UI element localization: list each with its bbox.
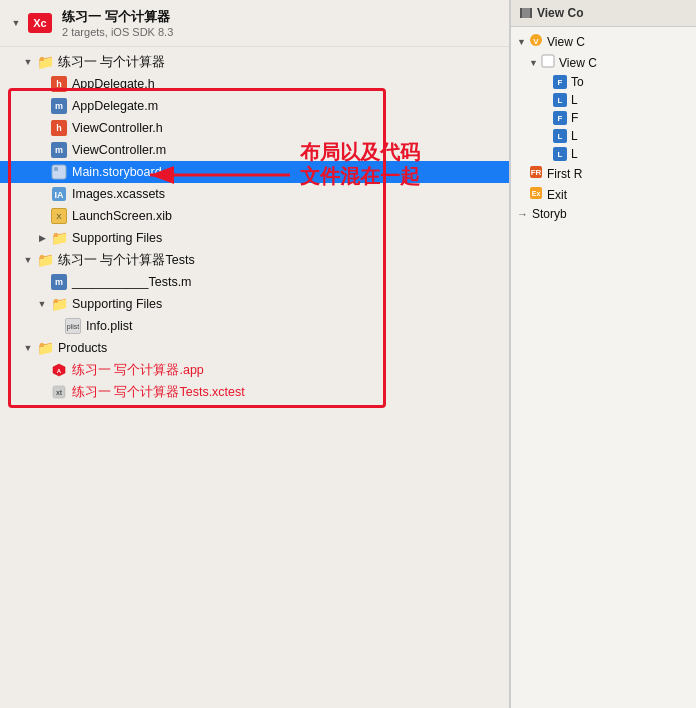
svg-rect-2 xyxy=(52,165,66,179)
L3-icon: L xyxy=(553,147,567,161)
vc-root-label: View C xyxy=(547,35,585,49)
view-label: View C xyxy=(559,56,597,70)
app-file-label: 练习一 写个计算器.app xyxy=(72,362,204,379)
xib-icon: X xyxy=(50,207,68,225)
L1-label: L xyxy=(571,93,578,107)
m-icon-3: m xyxy=(50,273,68,291)
group-products-label: Products xyxy=(58,341,107,355)
item-F2[interactable]: F F xyxy=(511,109,696,127)
AppDelegate-m-label: AppDelegate.m xyxy=(72,99,158,113)
app-icon: A xyxy=(50,361,68,379)
group-main-label: 练习一 与个计算器 xyxy=(58,54,165,71)
app-file[interactable]: A 练习一 写个计算器.app xyxy=(0,359,509,381)
svg-rect-13 xyxy=(530,8,532,18)
item-L1[interactable]: L L xyxy=(511,91,696,109)
ViewController-m-label: ViewController.m xyxy=(72,143,166,157)
storyboard-item[interactable]: → Storyb xyxy=(511,205,696,223)
right-panel-title: View Co xyxy=(537,6,583,20)
project-icon: Xc xyxy=(26,9,54,37)
right-panel: View Co V View C View C F To xyxy=(510,0,696,708)
folder-icon-5: 📁 xyxy=(36,339,54,357)
xctest-icon: xt xyxy=(50,383,68,401)
storyboard-label: Storyb xyxy=(532,207,567,221)
vc-tree: V View C View C F To L L xyxy=(511,27,696,227)
xctest-file[interactable]: xt 练习一 写个计算器Tests.xctest xyxy=(0,381,509,403)
svg-text:FR: FR xyxy=(531,168,542,177)
Supporting-Files-2-label: Supporting Files xyxy=(72,297,162,311)
L1-icon: L xyxy=(553,93,567,107)
group-main-disclosure[interactable] xyxy=(22,56,34,68)
svg-text:A: A xyxy=(57,368,62,374)
ViewController-m[interactable]: m ViewController.m xyxy=(0,139,509,161)
view-icon xyxy=(541,54,555,71)
svg-text:IA: IA xyxy=(55,190,65,200)
group-tests[interactable]: 📁 练习一 与个计算器Tests xyxy=(0,249,509,271)
Supporting-Files-1-label: Supporting Files xyxy=(72,231,162,245)
supporting-disclosure-1[interactable] xyxy=(36,232,48,244)
products-disclosure[interactable] xyxy=(22,342,34,354)
storyboard-arrow-icon: → xyxy=(517,208,528,220)
LaunchScreen-xib[interactable]: X LaunchScreen.xib xyxy=(0,205,509,227)
folder-icon: 📁 xyxy=(36,53,54,71)
group-main[interactable]: 📁 练习一 与个计算器 xyxy=(0,51,509,73)
LaunchScreen-xib-label: LaunchScreen.xib xyxy=(72,209,172,223)
file-tree: 📁 练习一 与个计算器 h AppDelegate.h m AppDelegat… xyxy=(0,47,509,407)
m-icon: m xyxy=(50,97,68,115)
F2-label: F xyxy=(571,111,578,125)
vc-root-icon: V xyxy=(529,33,543,50)
top-layout-label: To xyxy=(571,75,584,89)
Images-xcassets[interactable]: IA Images.xcassets xyxy=(0,183,509,205)
AppDelegate-h[interactable]: h AppDelegate.h xyxy=(0,73,509,95)
Info-plist-label: Info.plist xyxy=(86,319,133,333)
file-navigator: Xc 练习一 写个计算器 2 targets, iOS SDK 8.3 📁 练习… xyxy=(0,0,510,708)
svg-text:Xc: Xc xyxy=(33,17,46,29)
group-products[interactable]: 📁 Products xyxy=(0,337,509,359)
svg-rect-3 xyxy=(54,167,58,171)
L2-icon: L xyxy=(553,129,567,143)
xcassets-icon: IA xyxy=(50,185,68,203)
svg-text:Ex: Ex xyxy=(532,190,541,197)
Info-plist[interactable]: plist Info.plist xyxy=(0,315,509,337)
right-panel-header: View Co xyxy=(511,0,696,27)
first-responder-label: First R xyxy=(547,167,582,181)
exit-label: Exit xyxy=(547,188,567,202)
item-L3[interactable]: L L xyxy=(511,145,696,163)
item-L2[interactable]: L L xyxy=(511,127,696,145)
Supporting-Files-2[interactable]: 📁 Supporting Files xyxy=(0,293,509,315)
xctest-file-label: 练习一 写个计算器Tests.xctest xyxy=(72,384,245,401)
Main-storyboard[interactable]: Main.storyboard xyxy=(0,161,509,183)
project-disclosure[interactable] xyxy=(10,17,22,29)
Tests-m-label: ___________Tests.m xyxy=(72,275,192,289)
folder-icon-4: 📁 xyxy=(50,295,68,313)
folder-icon-3: 📁 xyxy=(36,251,54,269)
folder-icon-2: 📁 xyxy=(50,229,68,247)
F2-icon: F xyxy=(553,111,567,125)
svg-rect-16 xyxy=(542,55,554,67)
top-layout-icon: F xyxy=(553,75,567,89)
Supporting-Files-1[interactable]: 📁 Supporting Files xyxy=(0,227,509,249)
top-layout-item[interactable]: F To xyxy=(511,73,696,91)
Tests-m[interactable]: m ___________Tests.m xyxy=(0,271,509,293)
first-responder-item[interactable]: FR First R xyxy=(511,163,696,184)
storyboard-icon xyxy=(50,163,68,181)
m-icon-2: m xyxy=(50,141,68,159)
project-subtitle: 2 targets, iOS SDK 8.3 xyxy=(62,26,173,38)
project-title: 练习一 写个计算器 xyxy=(62,8,173,26)
exit-item[interactable]: Ex Exit xyxy=(511,184,696,205)
plist-icon: plist xyxy=(64,317,82,335)
svg-text:xt: xt xyxy=(56,389,63,396)
Main-storyboard-label: Main.storyboard xyxy=(72,165,162,179)
view-item[interactable]: View C xyxy=(511,52,696,73)
first-responder-icon: FR xyxy=(529,165,543,182)
exit-icon: Ex xyxy=(529,186,543,203)
vc-root-item[interactable]: V View C xyxy=(511,31,696,52)
Images-xcassets-label: Images.xcassets xyxy=(72,187,165,201)
AppDelegate-m[interactable]: m AppDelegate.m xyxy=(0,95,509,117)
svg-text:V: V xyxy=(533,37,539,46)
supporting-disclosure-2[interactable] xyxy=(36,298,48,310)
tests-disclosure[interactable] xyxy=(22,254,34,266)
ViewController-h[interactable]: h ViewController.h xyxy=(0,117,509,139)
h-icon: h xyxy=(50,75,68,93)
project-header: Xc 练习一 写个计算器 2 targets, iOS SDK 8.3 xyxy=(0,0,509,47)
svg-rect-12 xyxy=(520,8,522,18)
